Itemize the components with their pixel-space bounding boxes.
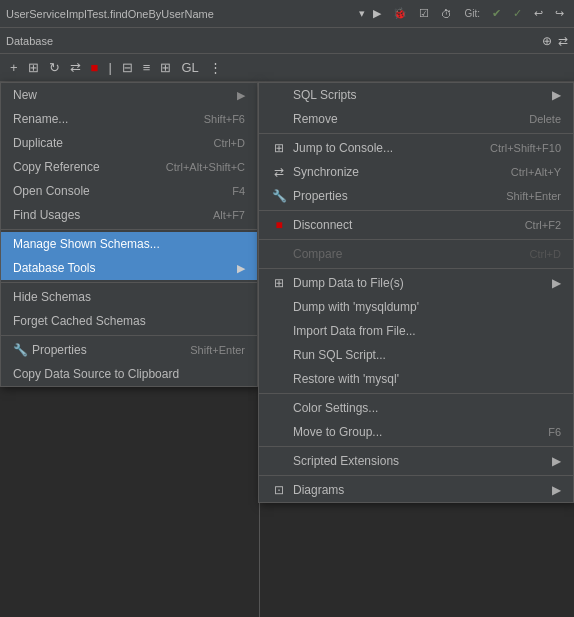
file-title: UserServiceImplTest.findOneByUserName xyxy=(6,8,355,20)
rmenu-dump-files[interactable]: ⊞ Dump Data to File(s) ▶ xyxy=(259,271,573,295)
rmenu-label: SQL Scripts xyxy=(293,88,357,102)
toolbar-filter[interactable]: ⊞ xyxy=(156,58,175,77)
db-icon-split[interactable]: ⇄ xyxy=(558,34,568,48)
menu-sep xyxy=(1,335,257,336)
menu-shortcut: Alt+F7 xyxy=(213,209,245,221)
rmenu-shortcut: F6 xyxy=(548,426,561,438)
rmenu-run-sql[interactable]: Run SQL Script... xyxy=(259,343,573,367)
menu-sep xyxy=(1,229,257,230)
menu-shortcut: Ctrl+D xyxy=(214,137,245,149)
menu-label: Copy Data Source to Clipboard xyxy=(13,367,179,381)
rmenu-diagrams[interactable]: ⊡ Diagrams ▶ xyxy=(259,478,573,502)
debug-btn[interactable]: 🐞 xyxy=(389,5,411,22)
rmenu-sep xyxy=(259,475,573,476)
profile-btn[interactable]: ⏱ xyxy=(437,6,456,22)
rmenu-sep xyxy=(259,393,573,394)
rmenu-jump-console[interactable]: ⊞ Jump to Console... Ctrl+Shift+F10 xyxy=(259,136,573,160)
toolbar-sep1: | xyxy=(104,58,115,77)
rmenu-label: Disconnect xyxy=(293,218,352,232)
toolbar-cols[interactable]: ≡ xyxy=(139,58,155,77)
toolbar-refresh[interactable]: ↻ xyxy=(45,58,64,77)
menu-label: Duplicate xyxy=(13,136,63,150)
undo-btn[interactable]: ↩ xyxy=(530,5,547,22)
disconnect-icon: ■ xyxy=(271,218,287,232)
menu-item-open-console[interactable]: Open Console F4 xyxy=(1,179,257,203)
menu-item-rename[interactable]: Rename... Shift+F6 xyxy=(1,107,257,131)
run-btn[interactable]: ▶ xyxy=(369,5,385,22)
menu-sep xyxy=(1,282,257,283)
menu-item-database-tools[interactable]: Database Tools ▶ xyxy=(1,256,257,280)
toolbar-grid[interactable]: ⊟ xyxy=(118,58,137,77)
toolbar-funnel[interactable]: ⋮ xyxy=(205,58,226,77)
git-check[interactable]: ✔ xyxy=(488,5,505,22)
rmenu-move-group[interactable]: Move to Group... F6 xyxy=(259,420,573,444)
menu-label: Copy Reference xyxy=(13,160,100,174)
rmenu-label: Restore with 'mysql' xyxy=(293,372,399,386)
rmenu-disconnect[interactable]: ■ Disconnect Ctrl+F2 xyxy=(259,213,573,237)
left-context-menu: New ▶ Rename... Shift+F6 Duplicate Ctrl+… xyxy=(0,82,258,387)
redo-btn[interactable]: ↪ xyxy=(551,5,568,22)
arrow-icon: ▶ xyxy=(552,88,561,102)
toolbar-sync[interactable]: ⇄ xyxy=(66,58,85,77)
rmenu-sep xyxy=(259,133,573,134)
rmenu-label: Remove xyxy=(293,112,338,126)
toolbar-plus[interactable]: + xyxy=(6,58,22,77)
menu-item-find-usages[interactable]: Find Usages Alt+F7 xyxy=(1,203,257,227)
rmenu-shortcut: Ctrl+Alt+Y xyxy=(511,166,561,178)
toolbar-settings[interactable]: GL xyxy=(177,58,202,77)
menu-shortcut: Shift+F6 xyxy=(204,113,245,125)
menu-item-new[interactable]: New ▶ xyxy=(1,83,257,107)
toolbar-table[interactable]: ⊞ xyxy=(24,58,43,77)
menu-item-properties[interactable]: 🔧 Properties Shift+Enter xyxy=(1,338,257,362)
arrow-icon: ▶ xyxy=(552,276,561,290)
menu-item-hide-schemas[interactable]: Hide Schemas xyxy=(1,285,257,309)
rmenu-properties[interactable]: 🔧 Properties Shift+Enter xyxy=(259,184,573,208)
right-context-menu: SQL Scripts ▶ Remove Delete ⊞ Jump to Co… xyxy=(258,82,574,503)
menu-item-forget-schemas[interactable]: Forget Cached Schemas xyxy=(1,309,257,333)
rmenu-compare: Compare Ctrl+D xyxy=(259,242,573,266)
rmenu-import-file[interactable]: Import Data from File... xyxy=(259,319,573,343)
menu-label: Database Tools xyxy=(13,261,96,275)
menu-label: Rename... xyxy=(13,112,68,126)
rmenu-label: Jump to Console... xyxy=(293,141,393,155)
rmenu-sep xyxy=(259,268,573,269)
jump-icon: ⊞ xyxy=(271,141,287,155)
menu-item-manage-schemas[interactable]: Manage Shown Schemas... xyxy=(1,232,257,256)
database-label: Database xyxy=(6,35,53,47)
git-tick[interactable]: ✓ xyxy=(509,5,526,22)
rmenu-remove[interactable]: Remove Delete xyxy=(259,107,573,131)
db-icon-add[interactable]: ⊕ xyxy=(542,34,552,48)
coverage-btn[interactable]: ☑ xyxy=(415,5,433,22)
menu-label: New xyxy=(13,88,37,102)
rmenu-restore-mysql[interactable]: Restore with 'mysql' xyxy=(259,367,573,391)
props-icon: 🔧 xyxy=(271,189,287,203)
menu-label: Find Usages xyxy=(13,208,80,222)
rmenu-label: Color Settings... xyxy=(293,401,378,415)
rmenu-label: Compare xyxy=(293,247,342,261)
database-toolbar: Database ⊕ ⇄ xyxy=(0,28,574,54)
menu-label: Forget Cached Schemas xyxy=(13,314,146,328)
rmenu-sep xyxy=(259,239,573,240)
menu-item-copy-ref[interactable]: Copy Reference Ctrl+Alt+Shift+C xyxy=(1,155,257,179)
rmenu-color-settings[interactable]: Color Settings... xyxy=(259,396,573,420)
menu-item-duplicate[interactable]: Duplicate Ctrl+D xyxy=(1,131,257,155)
menu-label: Open Console xyxy=(13,184,90,198)
rmenu-shortcut: Ctrl+F2 xyxy=(525,219,561,231)
menu-label: Properties xyxy=(32,343,87,357)
rmenu-label: Synchronize xyxy=(293,165,359,179)
dump-icon: ⊞ xyxy=(271,276,287,290)
menu-item-copy-ds[interactable]: Copy Data Source to Clipboard xyxy=(1,362,257,386)
rmenu-scripted-ext[interactable]: Scripted Extensions ▶ xyxy=(259,449,573,473)
rmenu-label: Run SQL Script... xyxy=(293,348,386,362)
rmenu-synchronize[interactable]: ⇄ Synchronize Ctrl+Alt+Y xyxy=(259,160,573,184)
rmenu-sep xyxy=(259,446,573,447)
toolbar-stop[interactable]: ■ xyxy=(87,58,103,77)
rmenu-label: Dump Data to File(s) xyxy=(293,276,404,290)
menu-arrow: ▶ xyxy=(237,89,245,102)
rmenu-label: Scripted Extensions xyxy=(293,454,399,468)
rmenu-sql-scripts[interactable]: SQL Scripts ▶ xyxy=(259,83,573,107)
rmenu-dump-mysqldump[interactable]: Dump with 'mysqldump' xyxy=(259,295,573,319)
rmenu-shortcut: Shift+Enter xyxy=(506,190,561,202)
rmenu-label: Move to Group... xyxy=(293,425,382,439)
title-dropdown[interactable]: ▾ xyxy=(355,5,369,22)
